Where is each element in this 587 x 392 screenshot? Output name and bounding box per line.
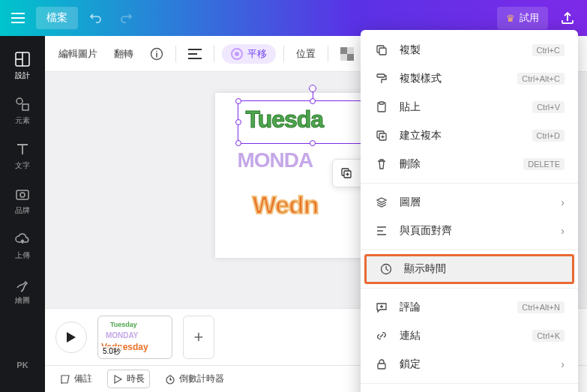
pan-icon xyxy=(231,48,243,60)
svg-rect-17 xyxy=(377,74,385,77)
redo-button[interactable] xyxy=(114,6,138,30)
clock-icon xyxy=(379,262,394,277)
align-icon xyxy=(374,223,389,238)
thumb-text: MONDAY xyxy=(106,331,139,340)
svg-rect-2 xyxy=(22,104,28,110)
resize-handle[interactable] xyxy=(310,140,316,146)
page-thumbnail[interactable]: Tuesday MONDAY Vednesday 5.0秒 xyxy=(97,316,172,359)
sidebar-item-upload[interactable]: 上傳 xyxy=(0,225,45,267)
play-icon xyxy=(112,374,123,385)
hamburger-menu[interactable] xyxy=(6,6,30,30)
link-icon xyxy=(374,328,389,343)
ctx-alt-text[interactable]: 替代文字 › xyxy=(361,388,578,392)
monday-text[interactable]: MONDA xyxy=(238,148,313,172)
trash-icon xyxy=(374,157,389,172)
sidebar-item-elements[interactable]: 元素 xyxy=(0,90,45,132)
duration-button[interactable]: 時長 xyxy=(107,370,150,388)
context-menu: 複製 Ctrl+C 複製樣式 Ctrl+Alt+C 貼上 Ctrl+V 建立複本… xyxy=(361,30,578,392)
thumb-duration: 5.0秒 xyxy=(101,346,122,357)
svg-rect-16 xyxy=(379,48,386,55)
sidebar-item-text[interactable]: 文字 xyxy=(0,135,45,177)
resize-handle[interactable] xyxy=(235,98,241,104)
thumb-text: Tuesday xyxy=(110,321,137,328)
ctx-copy[interactable]: 複製 Ctrl+C xyxy=(361,36,578,64)
ctx-lock[interactable]: 鎖定 › xyxy=(361,350,578,379)
pk-logo: PK xyxy=(0,344,45,386)
ctx-copy-style[interactable]: 複製樣式 Ctrl+Alt+C xyxy=(361,64,578,93)
left-sidebar: 設計 元素 文字 品牌 上傳 繪圖 PK xyxy=(0,36,45,392)
brand-icon xyxy=(14,186,31,202)
resize-handle[interactable] xyxy=(235,140,241,146)
svg-rect-19 xyxy=(379,102,384,104)
undo-button[interactable] xyxy=(84,6,108,30)
svg-rect-23 xyxy=(378,364,385,369)
align-button[interactable] xyxy=(184,46,206,62)
notes-button[interactable]: 備註 xyxy=(55,370,97,388)
svg-point-4 xyxy=(20,193,25,197)
chevron-right-icon: › xyxy=(561,196,565,208)
resize-handle[interactable] xyxy=(235,119,241,125)
svg-point-1 xyxy=(16,98,22,104)
ctx-show-timing[interactable]: 顯示時間 xyxy=(365,255,574,283)
shapes-icon xyxy=(14,96,31,112)
add-page-button[interactable]: + xyxy=(183,316,214,359)
svg-rect-3 xyxy=(16,190,28,199)
sidebar-item-brand[interactable]: 品牌 xyxy=(0,180,45,222)
svg-rect-7 xyxy=(340,47,347,54)
flip-button[interactable]: 翻轉 xyxy=(109,44,138,64)
timer-icon xyxy=(165,374,175,385)
duplicate-icon-button[interactable] xyxy=(337,164,355,182)
clipboard-icon xyxy=(374,100,389,115)
lock-icon xyxy=(374,357,389,372)
trial-button[interactable]: ♛ 試用 xyxy=(497,7,548,29)
cloud-upload-icon xyxy=(14,231,31,247)
share-button[interactable] xyxy=(554,4,581,31)
text-icon xyxy=(14,141,31,157)
info-button[interactable] xyxy=(145,44,168,64)
ctx-link[interactable]: 連結 Ctrl+K xyxy=(361,322,578,350)
wednesday-text[interactable]: Wedn xyxy=(253,190,319,220)
ctx-layer[interactable]: 圖層 › xyxy=(361,188,578,217)
ctx-duplicate[interactable]: 建立複本 Ctrl+D xyxy=(361,121,578,150)
sidebar-item-design[interactable]: 設計 xyxy=(0,45,45,87)
countdown-button[interactable]: 倒數計時器 xyxy=(160,370,229,388)
copy-icon xyxy=(374,43,389,58)
paint-roller-icon xyxy=(374,71,389,86)
layers-icon xyxy=(374,195,389,210)
template-icon xyxy=(14,51,31,67)
rotate-handle[interactable] xyxy=(309,85,316,92)
duplicate-icon xyxy=(374,128,389,143)
edit-image-button[interactable]: 編輯圖片 xyxy=(54,44,102,64)
resize-handle[interactable] xyxy=(310,98,316,104)
ctx-comment[interactable]: 評論 Ctrl+Alt+N xyxy=(361,293,578,322)
chevron-right-icon: › xyxy=(561,225,565,237)
sidebar-item-draw[interactable]: 繪圖 xyxy=(0,270,45,312)
position-button[interactable]: 位置 xyxy=(292,44,320,64)
play-button[interactable] xyxy=(55,322,87,353)
ctx-align[interactable]: 與頁面對齊 › xyxy=(361,217,578,245)
crown-icon: ♛ xyxy=(506,13,515,24)
pan-animation-button[interactable]: 平移 xyxy=(222,44,276,64)
ctx-delete[interactable]: 刪除 DELETE xyxy=(361,150,578,178)
svg-rect-8 xyxy=(347,54,354,61)
ctx-paste[interactable]: 貼上 Ctrl+V xyxy=(361,93,578,121)
notes-icon xyxy=(60,374,70,385)
file-menu[interactable]: 檔案 xyxy=(36,7,78,29)
comment-icon xyxy=(374,300,389,315)
draw-icon xyxy=(14,276,31,292)
chevron-right-icon: › xyxy=(561,358,565,370)
transparency-button[interactable] xyxy=(336,44,358,64)
